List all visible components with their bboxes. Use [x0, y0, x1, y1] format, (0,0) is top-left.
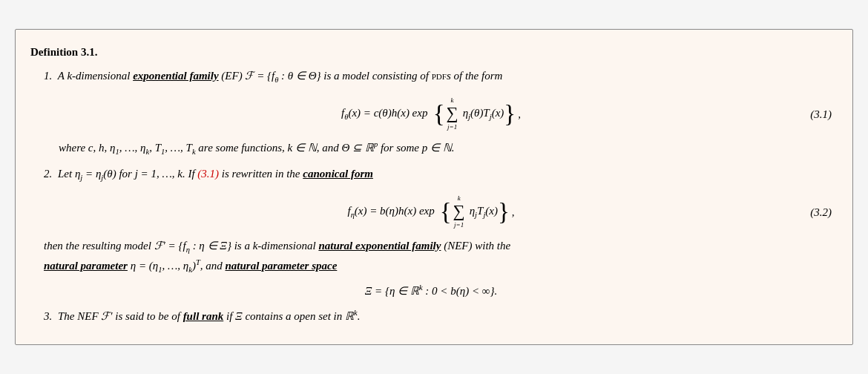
item2-intro: 2. Let ηj = ηj(θ) for j = 1, …, k. If (3… — [44, 165, 832, 185]
definition-item-1: 1. A k-dimensional exponential family (E… — [30, 67, 832, 159]
item1-ef-abbr: (EF) ℱ = {fθ : θ ∈ Θ} — [221, 70, 323, 82]
item1-model-text: is a model consisting of — [323, 70, 431, 82]
definition-item-2: 2. Let ηj = ηj(θ) for j = 1, …, k. If (3… — [30, 165, 832, 301]
natural-parameter-space-label: natural parameter space — [225, 260, 337, 272]
item2-then-text: then the resulting model ℱ′ = {fη : η ∈ … — [44, 237, 832, 257]
natural-parameter-label: natural parameter — [44, 260, 128, 272]
item1-pdfs: pdf — [432, 70, 447, 82]
item1-where-text: where c, h, η1, …, ηk, T1, …, Tk are som… — [59, 139, 832, 159]
item3-number: 3. — [44, 310, 52, 322]
equation-3-2: fη(x) = b(η)h(x) exp { k ∑ j=1 ηjTj(x) }… — [30, 194, 832, 229]
definition-box: Definition 3.1. 1. A k-dimensional expon… — [15, 29, 853, 346]
definition-item-3: 3. The NEF ℱ′ is said to be of full rank… — [30, 307, 832, 325]
item1-text: 1. A k-dimensional exponential family (E… — [44, 67, 832, 87]
item2-nat-param-text: natural parameter η = (η1, …, ηk)T, and … — [44, 257, 832, 277]
eq-number-3-2: (3.2) — [810, 203, 832, 221]
ef-label: exponential family — [133, 70, 218, 82]
item1-text-before-ef: A k-dimensional — [58, 70, 133, 82]
full-rank-label: full rank — [183, 310, 224, 322]
xi-definition: Ξ = {η ∈ ℝk : 0 < b(η) < ∞}. — [30, 282, 832, 300]
item2-number: 2. — [44, 168, 52, 180]
item1-number: 1. — [44, 70, 52, 82]
nef-label: natural exponential family — [318, 240, 441, 252]
item3-text: 3. The NEF ℱ′ is said to be of full rank… — [44, 307, 832, 325]
definition-title: Definition 3.1. — [30, 43, 832, 61]
eq-number-3-1: (3.1) — [810, 105, 832, 123]
equation-3-1: fθ(x) = c(θ)h(x) exp { k ∑ j=1 ηj(θ)Tj(x… — [30, 96, 832, 131]
canonical-form-label: canonical form — [303, 168, 373, 180]
ref-3-1: (3.1) — [197, 168, 219, 180]
